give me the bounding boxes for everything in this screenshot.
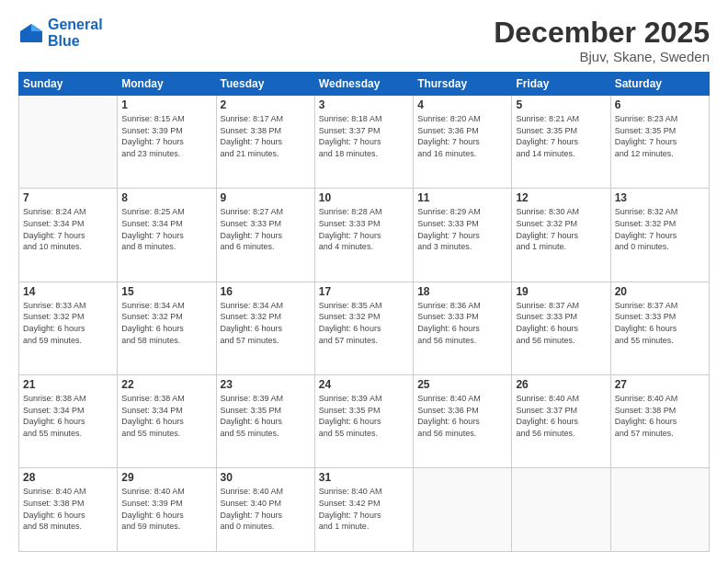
cell-content: Sunrise: 8:34 AM Sunset: 3:32 PM Dayligh… <box>121 300 211 346</box>
calendar-cell: 31Sunrise: 8:40 AM Sunset: 3:42 PM Dayli… <box>314 468 413 552</box>
calendar-cell: 10Sunrise: 8:28 AM Sunset: 3:33 PM Dayli… <box>314 189 413 282</box>
calendar-cell: 21Sunrise: 8:38 AM Sunset: 3:34 PM Dayli… <box>19 375 118 468</box>
cell-content: Sunrise: 8:15 AM Sunset: 3:39 PM Dayligh… <box>121 113 211 159</box>
day-number: 26 <box>516 378 606 391</box>
calendar-cell <box>610 468 709 552</box>
day-number: 8 <box>121 191 211 204</box>
cell-content: Sunrise: 8:37 AM Sunset: 3:33 PM Dayligh… <box>615 300 705 346</box>
cell-content: Sunrise: 8:34 AM Sunset: 3:32 PM Dayligh… <box>221 300 311 346</box>
calendar-cell: 13Sunrise: 8:32 AM Sunset: 3:32 PM Dayli… <box>610 189 709 282</box>
logo-general: General <box>48 17 103 32</box>
day-number: 28 <box>23 471 113 484</box>
week-row-0: 1Sunrise: 8:15 AM Sunset: 3:39 PM Daylig… <box>19 96 710 189</box>
calendar-cell: 8Sunrise: 8:25 AM Sunset: 3:34 PM Daylig… <box>118 189 216 282</box>
cell-content: Sunrise: 8:37 AM Sunset: 3:33 PM Dayligh… <box>516 300 606 346</box>
day-number: 17 <box>319 285 409 298</box>
calendar-cell <box>512 468 610 552</box>
cell-content: Sunrise: 8:28 AM Sunset: 3:33 PM Dayligh… <box>319 206 409 252</box>
calendar-cell: 1Sunrise: 8:15 AM Sunset: 3:39 PM Daylig… <box>118 96 216 189</box>
calendar-cell: 25Sunrise: 8:40 AM Sunset: 3:36 PM Dayli… <box>414 375 512 468</box>
day-number: 22 <box>121 378 211 391</box>
day-number: 20 <box>615 285 705 298</box>
day-number: 9 <box>221 191 311 204</box>
cell-content: Sunrise: 8:36 AM Sunset: 3:33 PM Dayligh… <box>417 300 507 346</box>
calendar-cell: 24Sunrise: 8:39 AM Sunset: 3:35 PM Dayli… <box>314 375 413 468</box>
day-number: 19 <box>516 285 606 298</box>
day-number: 14 <box>23 285 113 298</box>
logo-icon <box>18 22 44 44</box>
calendar-cell: 19Sunrise: 8:37 AM Sunset: 3:33 PM Dayli… <box>512 282 610 374</box>
calendar-cell: 29Sunrise: 8:40 AM Sunset: 3:39 PM Dayli… <box>118 468 216 552</box>
header: General Blue December 2025 Bjuv, Skane, … <box>18 17 710 64</box>
cell-content: Sunrise: 8:40 AM Sunset: 3:42 PM Dayligh… <box>319 486 409 532</box>
calendar-cell: 30Sunrise: 8:40 AM Sunset: 3:40 PM Dayli… <box>216 468 314 552</box>
calendar-cell <box>414 468 512 552</box>
calendar-cell: 5Sunrise: 8:21 AM Sunset: 3:35 PM Daylig… <box>512 96 610 189</box>
page: General Blue December 2025 Bjuv, Skane, … <box>0 0 728 563</box>
day-number: 24 <box>319 378 409 391</box>
cell-content: Sunrise: 8:40 AM Sunset: 3:39 PM Dayligh… <box>121 486 211 532</box>
cell-content: Sunrise: 8:17 AM Sunset: 3:38 PM Dayligh… <box>221 113 311 159</box>
day-number: 6 <box>615 98 705 111</box>
cell-content: Sunrise: 8:40 AM Sunset: 3:36 PM Dayligh… <box>417 393 507 439</box>
day-number: 23 <box>221 378 311 391</box>
day-number: 16 <box>221 285 311 298</box>
day-number: 31 <box>319 471 409 484</box>
calendar-cell: 23Sunrise: 8:39 AM Sunset: 3:35 PM Dayli… <box>216 375 314 468</box>
calendar-cell: 11Sunrise: 8:29 AM Sunset: 3:33 PM Dayli… <box>414 189 512 282</box>
day-number: 12 <box>516 191 606 204</box>
calendar-cell: 15Sunrise: 8:34 AM Sunset: 3:32 PM Dayli… <box>118 282 216 374</box>
day-number: 11 <box>417 191 507 204</box>
calendar-cell: 28Sunrise: 8:40 AM Sunset: 3:38 PM Dayli… <box>19 468 118 552</box>
weekday-header-friday: Friday <box>512 73 610 96</box>
day-number: 10 <box>319 191 409 204</box>
week-row-1: 7Sunrise: 8:24 AM Sunset: 3:34 PM Daylig… <box>19 189 710 282</box>
cell-content: Sunrise: 8:27 AM Sunset: 3:33 PM Dayligh… <box>221 206 311 252</box>
cell-content: Sunrise: 8:38 AM Sunset: 3:34 PM Dayligh… <box>121 393 211 439</box>
calendar-cell: 16Sunrise: 8:34 AM Sunset: 3:32 PM Dayli… <box>216 282 314 374</box>
svg-marker-1 <box>31 24 42 31</box>
day-number: 27 <box>615 378 705 391</box>
calendar-cell: 12Sunrise: 8:30 AM Sunset: 3:32 PM Dayli… <box>512 189 610 282</box>
calendar-cell: 26Sunrise: 8:40 AM Sunset: 3:37 PM Dayli… <box>512 375 610 468</box>
week-row-2: 14Sunrise: 8:33 AM Sunset: 3:32 PM Dayli… <box>19 282 710 374</box>
day-number: 7 <box>23 191 113 204</box>
cell-content: Sunrise: 8:40 AM Sunset: 3:38 PM Dayligh… <box>23 486 113 532</box>
day-number: 21 <box>23 378 113 391</box>
cell-content: Sunrise: 8:40 AM Sunset: 3:40 PM Dayligh… <box>221 486 311 532</box>
cell-content: Sunrise: 8:38 AM Sunset: 3:34 PM Dayligh… <box>23 393 113 439</box>
day-number: 25 <box>417 378 507 391</box>
cell-content: Sunrise: 8:40 AM Sunset: 3:37 PM Dayligh… <box>516 393 606 439</box>
cell-content: Sunrise: 8:33 AM Sunset: 3:32 PM Dayligh… <box>23 300 113 346</box>
weekday-header-monday: Monday <box>118 73 216 96</box>
month-title: December 2025 <box>494 17 710 49</box>
cell-content: Sunrise: 8:21 AM Sunset: 3:35 PM Dayligh… <box>516 113 606 159</box>
cell-content: Sunrise: 8:35 AM Sunset: 3:32 PM Dayligh… <box>319 300 409 346</box>
day-number: 1 <box>121 98 211 111</box>
cell-content: Sunrise: 8:20 AM Sunset: 3:36 PM Dayligh… <box>417 113 507 159</box>
calendar-cell: 6Sunrise: 8:23 AM Sunset: 3:35 PM Daylig… <box>610 96 709 189</box>
calendar-cell: 4Sunrise: 8:20 AM Sunset: 3:36 PM Daylig… <box>414 96 512 189</box>
cell-content: Sunrise: 8:30 AM Sunset: 3:32 PM Dayligh… <box>516 206 606 252</box>
title-block: December 2025 Bjuv, Skane, Sweden <box>494 17 710 64</box>
weekday-header-sunday: Sunday <box>19 73 118 96</box>
calendar-cell: 7Sunrise: 8:24 AM Sunset: 3:34 PM Daylig… <box>19 189 118 282</box>
cell-content: Sunrise: 8:24 AM Sunset: 3:34 PM Dayligh… <box>23 206 113 252</box>
calendar-cell: 18Sunrise: 8:36 AM Sunset: 3:33 PM Dayli… <box>414 282 512 374</box>
calendar-cell: 27Sunrise: 8:40 AM Sunset: 3:38 PM Dayli… <box>610 375 709 468</box>
weekday-header-wednesday: Wednesday <box>314 73 413 96</box>
day-number: 13 <box>615 191 705 204</box>
weekday-header-saturday: Saturday <box>610 73 709 96</box>
day-number: 5 <box>516 98 606 111</box>
weekday-header-row: SundayMondayTuesdayWednesdayThursdayFrid… <box>19 73 710 96</box>
day-number: 29 <box>121 471 211 484</box>
week-row-4: 28Sunrise: 8:40 AM Sunset: 3:38 PM Dayli… <box>19 468 710 552</box>
calendar-table: SundayMondayTuesdayWednesdayThursdayFrid… <box>18 72 710 552</box>
cell-content: Sunrise: 8:32 AM Sunset: 3:32 PM Dayligh… <box>615 206 705 252</box>
day-number: 2 <box>221 98 311 111</box>
calendar-cell: 2Sunrise: 8:17 AM Sunset: 3:38 PM Daylig… <box>216 96 314 189</box>
location: Bjuv, Skane, Sweden <box>494 49 710 64</box>
day-number: 30 <box>221 471 311 484</box>
day-number: 3 <box>319 98 409 111</box>
calendar-cell: 14Sunrise: 8:33 AM Sunset: 3:32 PM Dayli… <box>19 282 118 374</box>
